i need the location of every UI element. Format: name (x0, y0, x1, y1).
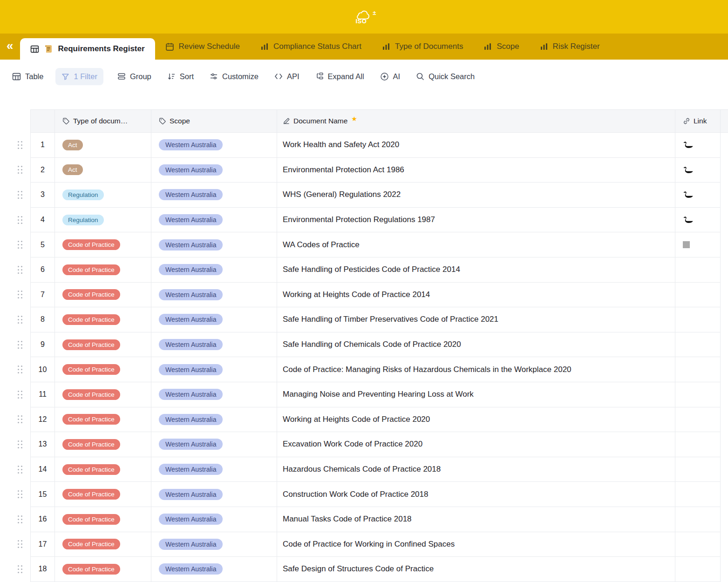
link-cell[interactable] (675, 507, 721, 532)
row-number-cell[interactable]: 1 (30, 133, 55, 158)
row-drag-handle[interactable] (14, 532, 30, 557)
tab-scope[interactable]: Scope (473, 34, 529, 60)
row-number-cell[interactable]: 7 (30, 283, 55, 308)
scope-cell[interactable]: Western Australia (151, 133, 277, 158)
type-cell[interactable]: Code of Practice (55, 407, 151, 433)
row-number-cell[interactable]: 17 (30, 532, 55, 557)
document-name-cell[interactable]: Managing Noise and Preventing Hearing Lo… (277, 382, 675, 407)
document-name-cell[interactable]: Safe Design of Structures Code of Practi… (277, 557, 675, 582)
row-drag-handle[interactable] (14, 407, 30, 433)
row-number-cell[interactable]: 10 (30, 357, 55, 382)
link-cell[interactable] (675, 382, 721, 407)
scope-cell[interactable]: Western Australia (151, 208, 277, 233)
row-drag-handle[interactable] (14, 507, 30, 532)
row-drag-handle[interactable] (14, 257, 30, 283)
row-drag-handle[interactable] (14, 183, 30, 208)
row-number-cell[interactable]: 16 (30, 507, 55, 532)
document-name-cell[interactable]: Working at Heights Code of Practice 2020 (277, 407, 675, 433)
toolbar-customize-button[interactable]: Customize (210, 72, 259, 81)
row-number-cell[interactable]: 11 (30, 382, 55, 407)
document-name-cell[interactable]: Construction Work Code of Practice 2018 (277, 482, 675, 507)
document-name-cell[interactable]: Safe Handling of Pesticides Code of Prac… (277, 257, 675, 283)
type-cell[interactable]: Regulation (55, 183, 151, 208)
row-drag-handle[interactable] (14, 283, 30, 308)
link-cell[interactable] (675, 332, 721, 358)
scope-cell[interactable]: Western Australia (151, 482, 277, 507)
toolbar-expand-all-button[interactable]: Expand All (315, 72, 364, 81)
link-cell[interactable] (675, 307, 721, 332)
column-header-document-name[interactable]: Document Name★ (277, 109, 675, 133)
type-cell[interactable]: Code of Practice (55, 557, 151, 582)
row-number-cell[interactable]: 8 (30, 307, 55, 332)
row-number-cell[interactable]: 18 (30, 557, 55, 582)
row-drag-handle[interactable] (14, 457, 30, 482)
toolbar-group-button[interactable]: Group (117, 72, 151, 81)
scope-cell[interactable]: Western Australia (151, 382, 277, 407)
column-header-scope[interactable]: Scope (151, 109, 277, 133)
row-drag-handle[interactable] (14, 482, 30, 507)
type-cell[interactable]: Act (55, 133, 151, 158)
row-number-cell[interactable]: 2 (30, 158, 55, 183)
document-name-cell[interactable]: Code of Practice: Managing Risks of Haza… (277, 357, 675, 382)
link-cell[interactable] (675, 357, 721, 382)
toolbar-ai-button[interactable]: AI (380, 72, 401, 81)
row-drag-handle[interactable] (14, 158, 30, 183)
scope-cell[interactable]: Western Australia (151, 283, 277, 308)
tab-risk-register[interactable]: Risk Register (530, 34, 610, 60)
document-name-cell[interactable]: Hazardous Chemicals Code of Practice 201… (277, 457, 675, 482)
toolbar-api-button[interactable]: API (274, 72, 299, 81)
scope-cell[interactable]: Western Australia (151, 557, 277, 582)
document-name-cell[interactable]: WA Codes of Practice (277, 232, 675, 257)
document-name-cell[interactable]: Environmental Protection Act 1986 (277, 158, 675, 183)
type-cell[interactable]: Code of Practice (55, 257, 151, 283)
scope-cell[interactable]: Western Australia (151, 332, 277, 358)
toolbar-sort-button[interactable]: Sort (167, 72, 194, 81)
row-number-cell[interactable]: 15 (30, 482, 55, 507)
type-cell[interactable]: Code of Practice (55, 482, 151, 507)
row-drag-handle[interactable] (14, 332, 30, 358)
document-name-cell[interactable]: Environmental Protection Regulations 198… (277, 208, 675, 233)
link-cell[interactable] (675, 432, 721, 457)
scope-cell[interactable]: Western Australia (151, 407, 277, 433)
link-cell[interactable] (675, 532, 721, 557)
row-drag-handle[interactable] (14, 432, 30, 457)
document-name-cell[interactable]: Excavation Work Code of Practice 2020 (277, 432, 675, 457)
toolbar-quick-search-button[interactable]: Quick Search (416, 72, 475, 81)
row-drag-handle[interactable] (14, 232, 30, 257)
type-cell[interactable]: Code of Practice (55, 332, 151, 358)
document-name-cell[interactable]: Working at Heights Code of Practice 2014 (277, 283, 675, 308)
type-cell[interactable]: Code of Practice (55, 457, 151, 482)
row-drag-handle[interactable] (14, 133, 30, 158)
scope-cell[interactable]: Western Australia (151, 183, 277, 208)
type-cell[interactable]: Act (55, 158, 151, 183)
document-name-cell[interactable]: WHS (General) Regulations 2022 (277, 183, 675, 208)
type-cell[interactable]: Code of Practice (55, 507, 151, 532)
link-cell[interactable] (675, 158, 721, 183)
row-number-cell[interactable]: 14 (30, 457, 55, 482)
type-cell[interactable]: Code of Practice (55, 232, 151, 257)
document-name-cell[interactable]: Code of Practice for Working in Confined… (277, 532, 675, 557)
link-cell[interactable] (675, 232, 721, 257)
link-cell[interactable] (675, 482, 721, 507)
type-cell[interactable]: Code of Practice (55, 357, 151, 382)
type-cell[interactable]: Code of Practice (55, 532, 151, 557)
row-number-header[interactable] (30, 109, 55, 133)
link-cell[interactable] (675, 257, 721, 283)
document-name-cell[interactable]: Safe Handling of Chemicals Code of Pract… (277, 332, 675, 358)
link-cell[interactable] (675, 407, 721, 433)
row-number-cell[interactable]: 9 (30, 332, 55, 358)
row-number-cell[interactable]: 12 (30, 407, 55, 433)
row-drag-handle[interactable] (14, 208, 30, 233)
row-number-cell[interactable]: 6 (30, 257, 55, 283)
type-cell[interactable]: Regulation (55, 208, 151, 233)
tab-type-of-documents[interactable]: Type of Documents (372, 34, 473, 60)
scope-cell[interactable]: Western Australia (151, 357, 277, 382)
type-cell[interactable]: Code of Practice (55, 307, 151, 332)
row-drag-handle[interactable] (14, 307, 30, 332)
type-cell[interactable]: Code of Practice (55, 432, 151, 457)
document-name-cell[interactable]: Safe Handling of Timber Preservatives Co… (277, 307, 675, 332)
link-cell[interactable] (675, 457, 721, 482)
type-cell[interactable]: Code of Practice (55, 283, 151, 308)
row-number-cell[interactable]: 5 (30, 232, 55, 257)
row-drag-handle[interactable] (14, 357, 30, 382)
